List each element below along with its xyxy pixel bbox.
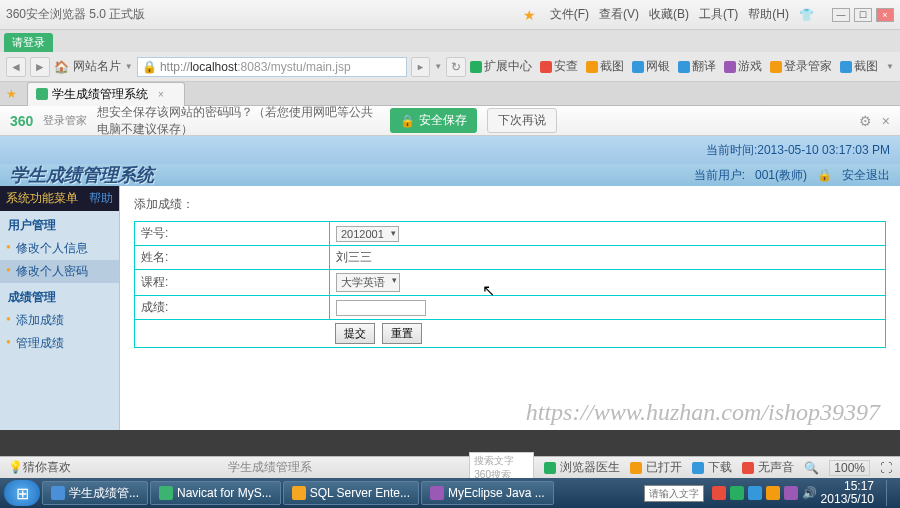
- ext-intercept[interactable]: 截图: [586, 58, 624, 75]
- volume-icon[interactable]: 🔊: [802, 486, 817, 500]
- tab-title: 学生成绩管理系统: [52, 86, 148, 103]
- form-title: 添加成绩：: [134, 196, 886, 213]
- maximize-icon[interactable]: ☐: [854, 8, 872, 22]
- cursor-icon: ↖: [482, 281, 495, 300]
- label-student-id: 学号:: [135, 222, 330, 246]
- lock-icon: 🔒: [400, 114, 415, 128]
- mute-button[interactable]: 无声音: [742, 459, 794, 476]
- sidebar-item-add-grade[interactable]: 添加成绩: [0, 309, 119, 332]
- current-time-value: 2013-05-10 03:17:03 PM: [757, 143, 890, 157]
- save-password-button[interactable]: 🔒安全保存: [390, 108, 477, 133]
- help-link[interactable]: 帮助: [89, 190, 113, 207]
- input-score[interactable]: [336, 300, 426, 316]
- forward-icon[interactable]: ►: [30, 57, 50, 77]
- pwd-subtitle: 登录管家: [43, 113, 87, 128]
- tab-close-icon[interactable]: ×: [158, 89, 164, 100]
- reset-button[interactable]: 重置: [382, 323, 422, 344]
- sidebar-item-manage-grade[interactable]: 管理成绩: [0, 332, 119, 355]
- browser-title: 360安全浏览器 5.0 正式版: [6, 6, 523, 23]
- ext-trans[interactable]: 翻译: [678, 58, 716, 75]
- zoom-value[interactable]: 100%: [829, 460, 870, 476]
- taskbar-item-sqlserver[interactable]: SQL Server Ente...: [283, 481, 419, 505]
- back-icon[interactable]: ◄: [6, 57, 26, 77]
- status-text: 学生成绩管理系: [81, 459, 459, 476]
- section-grade: 成绩管理: [0, 283, 119, 309]
- gear-icon[interactable]: ⚙: [859, 113, 872, 129]
- ext-login[interactable]: 登录管家: [770, 58, 832, 75]
- pwd-message: 想安全保存该网站的密码吗？（若您使用网吧等公共电脑不建议保存）: [97, 104, 379, 138]
- ext-center[interactable]: 扩展中心: [470, 58, 532, 75]
- tray-icon[interactable]: [730, 486, 744, 500]
- open-status[interactable]: 已打开: [630, 459, 682, 476]
- bookmark-icon[interactable]: ★: [6, 87, 17, 101]
- login-badge[interactable]: 请登录: [4, 33, 53, 52]
- later-button[interactable]: 下次再说: [487, 108, 557, 133]
- tray-icon[interactable]: [712, 486, 726, 500]
- close-bar-icon[interactable]: ×: [882, 113, 890, 129]
- label-score: 成绩:: [135, 296, 330, 320]
- pwd-logo: 360: [10, 113, 33, 129]
- menu-fav[interactable]: 收藏(B): [649, 6, 689, 23]
- ext-safe[interactable]: 安查: [540, 58, 578, 75]
- tab-favicon: [36, 88, 48, 100]
- doctor-button[interactable]: 浏览器医生: [544, 459, 620, 476]
- ext-game[interactable]: 游戏: [724, 58, 762, 75]
- tray-icon[interactable]: [766, 486, 780, 500]
- minimize-icon[interactable]: —: [832, 8, 850, 22]
- go-icon[interactable]: ►: [411, 57, 431, 77]
- chevron-down-icon[interactable]: ▼: [434, 62, 442, 71]
- page-title: 学生成绩管理系统: [10, 163, 154, 187]
- label-course: 课程:: [135, 270, 330, 296]
- select-course[interactable]: 大学英语: [336, 273, 400, 292]
- label-name: 姓名:: [135, 246, 330, 270]
- lock-icon: 🔒: [817, 168, 832, 182]
- submit-button[interactable]: 提交: [335, 323, 375, 344]
- close-icon[interactable]: ×: [876, 8, 894, 22]
- taskbar-clock[interactable]: 15:17 2013/5/10: [821, 480, 874, 506]
- current-user-value: 001(教师): [755, 167, 807, 184]
- star-icon: ★: [523, 7, 536, 23]
- download-button[interactable]: 下载: [692, 459, 732, 476]
- address-bar[interactable]: 🔒 http://localhost:8083/mystu/main.jsp: [137, 57, 407, 77]
- current-user-label: 当前用户:: [694, 167, 745, 184]
- menu-file[interactable]: 文件(F): [550, 6, 589, 23]
- tray-icon[interactable]: [748, 486, 762, 500]
- menu-help[interactable]: 帮助(H): [748, 6, 789, 23]
- ime-input[interactable]: [644, 485, 704, 502]
- expand-icon[interactable]: ⛶: [880, 461, 892, 475]
- zoom-mag-icon[interactable]: 🔍: [804, 461, 819, 475]
- taskbar-item-navicat[interactable]: Navicat for MyS...: [150, 481, 281, 505]
- watermark: https://www.huzhan.com/ishop39397: [526, 399, 880, 426]
- addr-icon: 🏠: [54, 60, 69, 74]
- chevron-down-icon[interactable]: ▼: [886, 62, 894, 71]
- sidebar-item-edit-password[interactable]: 修改个人密码: [0, 260, 119, 283]
- section-user: 用户管理: [0, 211, 119, 237]
- menu-title: 系统功能菜单: [6, 190, 78, 207]
- current-time-label: 当前时间:: [706, 142, 757, 159]
- tab-active[interactable]: 学生成绩管理系统 ×: [27, 82, 185, 106]
- site-card-label[interactable]: 网站名片: [73, 58, 121, 75]
- sidebar-item-edit-info[interactable]: 修改个人信息: [0, 237, 119, 260]
- logout-link[interactable]: 安全退出: [842, 167, 890, 184]
- taskbar-item-myeclipse[interactable]: MyEclipse Java ...: [421, 481, 554, 505]
- ext-shot[interactable]: 截图: [840, 58, 878, 75]
- menu-tool[interactable]: 工具(T): [699, 6, 738, 23]
- skin-icon[interactable]: 👕: [799, 8, 814, 22]
- chevron-down-icon[interactable]: ▼: [125, 62, 133, 71]
- taskbar-item-browser[interactable]: 学生成绩管...: [42, 481, 148, 505]
- tips-icon[interactable]: 💡猜你喜欢: [8, 459, 71, 476]
- ext-net[interactable]: 网银: [632, 58, 670, 75]
- sidebar: 系统功能菜单 帮助 用户管理 修改个人信息 修改个人密码 成绩管理 添加成绩 管…: [0, 186, 120, 466]
- select-student-id[interactable]: 2012001: [336, 226, 399, 242]
- show-desktop[interactable]: [886, 480, 896, 506]
- value-name: 刘三三: [330, 246, 886, 270]
- tray-icon[interactable]: [784, 486, 798, 500]
- menu-view[interactable]: 查看(V): [599, 6, 639, 23]
- start-button[interactable]: ⊞: [4, 480, 40, 506]
- refresh-icon[interactable]: ↻: [446, 57, 466, 77]
